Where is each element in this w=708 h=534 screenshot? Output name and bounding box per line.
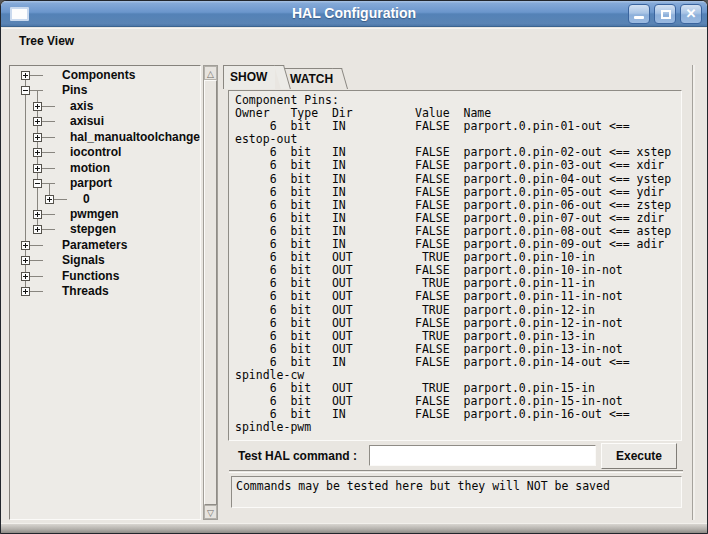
window-bottom-frame[interactable] [1, 523, 707, 533]
tree-toggle[interactable] [33, 102, 42, 111]
menubar: Tree View [2, 28, 706, 50]
window-title: HAL Configuration [1, 5, 707, 21]
tree-connector [42, 121, 55, 122]
tree-connector [42, 106, 55, 107]
tree-item[interactable]: hal_manualtoolchange [10, 130, 200, 145]
tree-item-label[interactable]: Threads [62, 284, 109, 298]
tree-toggle[interactable] [21, 86, 30, 95]
tree-item-label[interactable]: pwmgen [70, 207, 119, 221]
window-controls: ✕ [628, 4, 702, 24]
hal-configuration-window: HAL Configuration ✕ Tree View Components… [0, 0, 708, 534]
tree-connector [30, 291, 43, 292]
tree-item[interactable]: axisui [10, 114, 200, 129]
tree-connector [30, 260, 43, 261]
tree-toggle[interactable] [33, 133, 42, 142]
tree-item[interactable]: pwmgen [10, 207, 200, 222]
tree-item-label[interactable]: Components [62, 68, 135, 82]
scrollbar-up-icon[interactable]: △ [204, 66, 217, 80]
tree-item-label[interactable]: Pins [62, 83, 87, 97]
test-hal-command-label: Test HAL command : [238, 449, 357, 463]
tree-item-label[interactable]: motion [70, 161, 110, 175]
tree-toggle[interactable] [33, 179, 42, 188]
tree-item-label[interactable]: parport [70, 176, 112, 190]
tree-connector [54, 199, 67, 200]
tree-item[interactable]: Components [10, 68, 200, 83]
command-hint-box: Commands may be tested here but they wil… [231, 476, 682, 508]
execute-button[interactable]: Execute [601, 443, 677, 469]
titlebar[interactable]: HAL Configuration ✕ [1, 1, 707, 27]
tree-connector [30, 245, 43, 246]
tree-item-label[interactable]: axis [70, 99, 93, 113]
scrollbar-down-icon[interactable]: ▽ [204, 505, 217, 519]
tree-item[interactable]: 0 [10, 192, 200, 207]
minimize-button[interactable] [628, 4, 650, 24]
tree-item[interactable]: Pins [10, 83, 200, 98]
tree-item-label[interactable]: stepgen [70, 222, 116, 236]
tree-toggle[interactable] [33, 225, 42, 234]
tree-toggle[interactable] [21, 71, 30, 80]
component-pins-text: Component Pins: Owner Type Dir Value Nam… [235, 94, 681, 434]
minimize-icon [634, 16, 644, 19]
tree-toggle[interactable] [33, 164, 42, 173]
tree-item-label[interactable]: Functions [62, 269, 119, 283]
tree-connector [30, 75, 43, 76]
maximize-button[interactable] [654, 4, 676, 24]
tree-item[interactable]: axis [10, 99, 200, 114]
tree-item-label[interactable]: 0 [83, 192, 90, 206]
tree-item[interactable]: iocontrol [10, 145, 200, 160]
tree-item-label[interactable]: Signals [62, 253, 105, 267]
close-icon: ✕ [681, 6, 701, 21]
tree-connector [42, 214, 55, 215]
panel-edge [692, 65, 695, 520]
tree-toggle[interactable] [33, 117, 42, 126]
tree-connector [42, 152, 55, 153]
tree-rows: Components Pins axis axisui hal_manualto… [10, 66, 200, 519]
tree-item[interactable]: Signals [10, 253, 200, 268]
menu-tree-view[interactable]: Tree View [15, 32, 78, 50]
scrollbar-thumb[interactable] [204, 80, 217, 505]
tree-toggle[interactable] [21, 287, 30, 296]
horizontal-separator [229, 470, 683, 473]
tree-item-label[interactable]: Parameters [62, 238, 127, 252]
tree-toggle[interactable] [33, 148, 42, 157]
tree-toggle[interactable] [45, 195, 54, 204]
tree-connector [42, 229, 55, 230]
tree-item-label[interactable]: hal_manualtoolchange [70, 130, 200, 144]
tree-toggle[interactable] [33, 210, 42, 219]
tree-item[interactable]: stepgen [10, 222, 200, 237]
tree-toggle[interactable] [21, 241, 30, 250]
close-button[interactable]: ✕ [680, 4, 702, 24]
tree-connector [30, 276, 43, 277]
tree-item[interactable]: Threads [10, 284, 200, 299]
tree-item[interactable]: motion [10, 161, 200, 176]
tree-toggle[interactable] [21, 256, 30, 265]
maximize-icon [661, 10, 671, 19]
tree-item[interactable]: parport [10, 176, 200, 191]
tree-item-label[interactable]: iocontrol [70, 145, 121, 159]
tree-scrollbar[interactable]: △ ▽ [203, 65, 218, 520]
hal-command-input[interactable] [369, 445, 596, 466]
tree-connector [42, 168, 55, 169]
tree-item[interactable]: Functions [10, 269, 200, 284]
tree-panel: Components Pins axis axisui hal_manualto… [9, 65, 201, 520]
show-output-panel[interactable]: Component Pins: Owner Type Dir Value Nam… [228, 90, 682, 441]
tab-show[interactable]: SHOW [223, 65, 275, 89]
tree-toggle[interactable] [21, 272, 30, 281]
command-hint-text: Commands may be tested here but they wil… [236, 479, 681, 493]
tree-item-label[interactable]: axisui [70, 114, 104, 128]
tree-connector [42, 137, 55, 138]
tree-item[interactable]: Parameters [10, 238, 200, 253]
